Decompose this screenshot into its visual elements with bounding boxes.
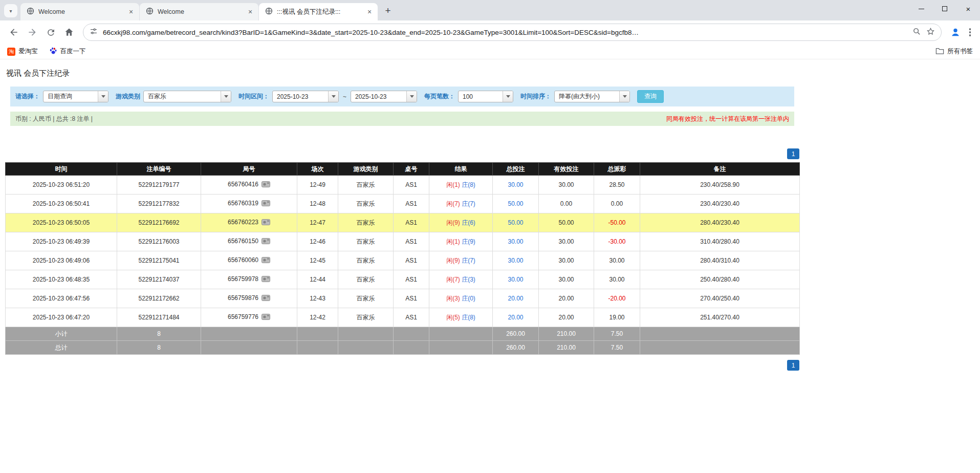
valid-bet-notice-text: 同局有效投注，统一计算在该局第一张注单内 [666, 115, 789, 123]
dropdown-arrow-icon[interactable] [221, 91, 231, 102]
tab-close-icon[interactable]: × [365, 8, 374, 16]
cell-time: 2025-10-23 06:47:56 [6, 289, 117, 308]
result-banker: 庄(3) [462, 276, 475, 283]
cell-round: 656760416 [201, 176, 297, 195]
forward-button[interactable] [24, 24, 41, 41]
date-start-dropdown[interactable]: 2025-10-23 [272, 91, 339, 102]
total-bet-link[interactable]: 30.00 [508, 238, 523, 245]
address-bar[interactable]: 66cxkj98.com/game/betrecord_search/kind3… [83, 24, 942, 41]
new-tab-button[interactable]: + [381, 4, 395, 17]
summary-valid-bet: 210.00 [539, 341, 594, 355]
forward-arrow-icon [27, 27, 37, 37]
back-arrow-icon [9, 27, 19, 37]
tab-bet-records-active[interactable]: :::视讯 会员下注纪录::: × [259, 3, 378, 20]
total-bet-link[interactable]: 20.00 [508, 314, 523, 321]
cell-table-no: AS1 [394, 289, 429, 308]
cell-total-bet: 50.00 [493, 213, 539, 232]
replay-video-icon[interactable] [262, 238, 270, 246]
bookmark-aitaobao[interactable]: 淘 爱淘宝 [7, 47, 38, 56]
tab-search-button[interactable]: ▾ [4, 4, 17, 17]
cell-game-type: 百家乐 [338, 176, 394, 195]
browser-menu-button[interactable] [965, 24, 975, 40]
cell-game-type: 百家乐 [338, 270, 394, 289]
cell-table-no: AS1 [394, 308, 429, 327]
replay-video-icon[interactable] [262, 200, 270, 208]
refresh-icon [46, 28, 56, 37]
all-bookmarks-button[interactable]: 所有书签 [935, 47, 973, 56]
home-icon [64, 27, 74, 37]
column-header: 结果 [429, 163, 493, 176]
summary-payout: 7.50 [594, 327, 640, 341]
cell-note: 251.40/270.40 [640, 308, 800, 327]
window-close-button[interactable]: × [956, 0, 980, 17]
cell-game-type: 百家乐 [338, 232, 394, 251]
cell-result: 闲(9) 庄(6) [429, 213, 493, 232]
page-size-dropdown[interactable]: 100 [458, 91, 513, 102]
search-lens-icon[interactable] [912, 27, 921, 38]
window-maximize-button[interactable] [933, 0, 956, 17]
bookmark-baidu[interactable]: 百度一下 [49, 47, 86, 56]
cell-result: 闲(1) 庄(8) [429, 176, 493, 195]
cell-result: 闲(9) 庄(7) [429, 251, 493, 270]
replay-video-icon[interactable] [262, 257, 270, 265]
cell-total-bet: 30.00 [493, 251, 539, 270]
tab-close-icon[interactable]: × [246, 8, 254, 16]
profile-avatar[interactable] [947, 24, 964, 41]
column-header: 总派彩 [594, 163, 640, 176]
column-header: 总投注 [493, 163, 539, 176]
home-button[interactable] [60, 24, 78, 41]
game-type-dropdown[interactable]: 百家乐 [143, 91, 231, 102]
cell-bet-id: 522912177832 [117, 195, 201, 213]
total-bet-link[interactable]: 30.00 [508, 181, 523, 188]
tab-close-icon[interactable]: × [127, 8, 135, 16]
game-type-label: 游戏类别 [116, 92, 140, 101]
round-number: 656760223 [228, 219, 258, 226]
total-bet-link[interactable]: 30.00 [508, 276, 523, 283]
search-button[interactable]: 查询 [637, 90, 664, 103]
cell-total-bet: 20.00 [493, 308, 539, 327]
query-type-dropdown[interactable]: 日期查询 [43, 91, 108, 102]
replay-video-icon[interactable] [262, 314, 270, 321]
replay-video-icon[interactable] [262, 295, 270, 303]
cell-round: 656759776 [201, 308, 297, 327]
replay-video-icon[interactable] [262, 181, 270, 189]
cell-payout: 30.00 [594, 270, 640, 289]
result-player: 闲(7) [446, 276, 460, 283]
total-bet-link[interactable]: 50.00 [508, 200, 523, 207]
page-1-button[interactable]: 1 [787, 148, 799, 159]
tab-welcome-2[interactable]: Welcome × [140, 3, 258, 20]
replay-video-icon[interactable] [262, 219, 270, 227]
tab-welcome-1[interactable]: Welcome × [20, 3, 139, 20]
window-minimize-button[interactable] [909, 0, 933, 17]
dropdown-arrow-icon[interactable] [328, 91, 338, 102]
cell-time: 2025-10-23 06:50:41 [6, 195, 117, 213]
sort-order-dropdown[interactable]: 降幂(由大到小) [554, 91, 630, 102]
date-end-dropdown[interactable]: 2025-10-23 [351, 91, 417, 102]
browser-toolbar: 66cxkj98.com/game/betrecord_search/kind3… [0, 20, 980, 44]
dropdown-arrow-icon[interactable] [406, 91, 417, 102]
back-button[interactable] [5, 24, 23, 41]
replay-video-icon[interactable] [262, 276, 270, 284]
column-header: 游戏类别 [338, 163, 394, 176]
summary-label: 小计 [6, 327, 117, 341]
total-bet-link[interactable]: 50.00 [508, 219, 523, 226]
round-number: 656759876 [228, 294, 258, 302]
chevron-down-icon: ▾ [9, 8, 12, 14]
summary-valid-bet: 210.00 [539, 327, 594, 341]
cell-round: 656759876 [201, 289, 297, 308]
bookmark-label: 爱淘宝 [18, 47, 38, 56]
column-header: 时间 [6, 163, 117, 176]
dropdown-arrow-icon[interactable] [98, 91, 108, 102]
refresh-button[interactable] [42, 24, 59, 41]
dropdown-arrow-icon[interactable] [619, 91, 629, 102]
dropdown-arrow-icon[interactable] [503, 91, 513, 102]
site-settings-icon[interactable] [90, 27, 98, 37]
total-bet-link[interactable]: 20.00 [508, 295, 523, 302]
tab-favicon-globe-icon [265, 7, 273, 16]
url-text[interactable]: 66cxkj98.com/game/betrecord_search/kind3… [103, 29, 907, 36]
page-1-button[interactable]: 1 [787, 360, 799, 371]
result-player: 闲(7) [446, 200, 460, 207]
round-number: 656760416 [228, 181, 258, 188]
total-bet-link[interactable]: 30.00 [508, 257, 523, 264]
bookmark-star-icon[interactable] [926, 27, 935, 38]
